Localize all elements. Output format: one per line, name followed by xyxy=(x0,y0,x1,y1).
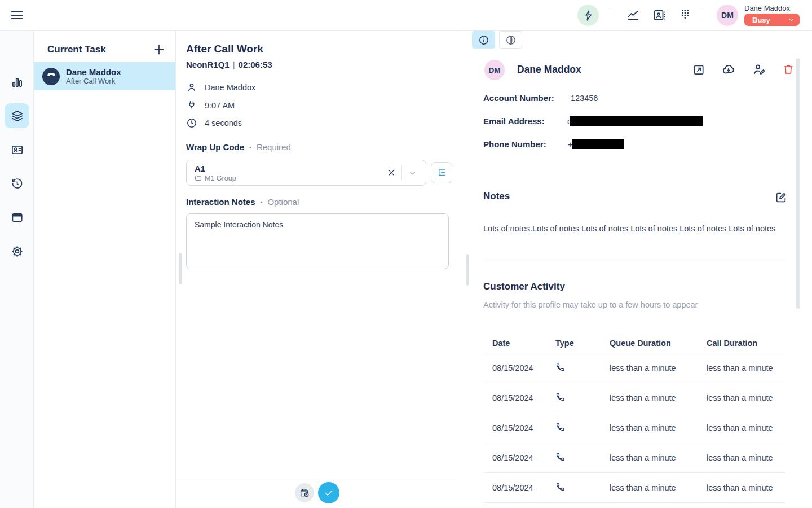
menu-icon[interactable] xyxy=(9,7,25,23)
contact-name: Dane Maddox xyxy=(205,83,255,92)
task-detail-title: After Call Work xyxy=(186,43,263,55)
activity-table-row[interactable]: 08/15/2024 less than a minute less than … xyxy=(483,413,785,443)
contrast-icon xyxy=(505,34,517,46)
activity-table-row[interactable]: 08/15/2024 less than a minute less than … xyxy=(483,473,785,503)
task-list-item[interactable]: Dane Maddox After Call Work xyxy=(34,62,175,90)
user-avatar[interactable]: DM xyxy=(717,5,738,26)
bar-chart-icon xyxy=(11,76,24,89)
current-task-panel: Current Task Dane Maddox After Call Work xyxy=(34,31,176,508)
analytics-button[interactable] xyxy=(626,8,641,23)
delete-profile-button[interactable] xyxy=(782,63,795,76)
tab-profile-compare[interactable] xyxy=(499,31,522,49)
cloud-download-icon xyxy=(722,63,735,76)
account-number-label: Account Number: xyxy=(483,93,571,103)
activity-queue-duration: less than a minute xyxy=(610,423,707,432)
bullet: • xyxy=(249,144,251,151)
call-icon xyxy=(555,422,610,434)
queue-name: NeonR1Q1 xyxy=(186,60,230,69)
activity-call-duration: less than a minute xyxy=(707,393,785,402)
profile-scrollbar-thumb[interactable] xyxy=(466,254,469,286)
chevron-down-icon xyxy=(787,16,795,24)
edit-notes-button[interactable] xyxy=(774,191,788,204)
wrap-up-value: A1 xyxy=(195,164,383,173)
dialpad-icon xyxy=(679,8,691,23)
wrap-up-selected: A1 M1 Group xyxy=(195,164,383,182)
activity-call-duration: less than a minute xyxy=(707,364,785,373)
activity-table-header: Date Type Queue Duration Call Duration xyxy=(483,333,785,353)
subtitle-separator: | xyxy=(230,60,239,69)
nav-dashboard[interactable] xyxy=(5,69,29,94)
activity-table: Date Type Queue Duration Call Duration 0… xyxy=(483,333,785,503)
activity-date: 08/15/2024 xyxy=(492,423,555,432)
activity-date: 08/15/2024 xyxy=(492,364,555,373)
nav-contacts[interactable] xyxy=(5,137,29,162)
dialpad-button[interactable] xyxy=(678,8,692,23)
customer-activity-title: Customer Activity xyxy=(483,281,565,292)
bullet: • xyxy=(261,199,263,205)
activity-date: 08/15/2024 xyxy=(492,393,555,402)
task-avatar xyxy=(42,68,60,85)
main-scrollbar-thumb[interactable] xyxy=(796,58,800,309)
nav-settings[interactable] xyxy=(5,239,29,264)
edit-profile-button[interactable] xyxy=(752,63,766,76)
optional-label: Optional xyxy=(267,197,299,207)
task-duration: 4 seconds xyxy=(205,119,242,128)
activity-table-row[interactable]: 08/15/2024 less than a minute less than … xyxy=(483,443,785,473)
tab-profile-info[interactable] xyxy=(472,31,495,49)
history-icon xyxy=(11,177,24,190)
wrap-up-label-row: Wrap Up Code • Required xyxy=(186,142,291,152)
phone-receiver-icon xyxy=(46,70,56,82)
wrap-up-dropdown-button[interactable] xyxy=(404,165,420,181)
plug-icon xyxy=(186,100,197,111)
wrap-up-select[interactable]: A1 M1 Group xyxy=(186,160,426,186)
wrap-up-tree-button[interactable] xyxy=(431,162,452,183)
download-profile-button[interactable] xyxy=(722,63,735,76)
chevron-down-icon xyxy=(408,168,417,178)
activity-table-row[interactable]: 08/15/2024 less than a minute less than … xyxy=(483,383,785,413)
task-item-name: Dane Maddox xyxy=(66,67,121,77)
clear-wrap-up-button[interactable] xyxy=(383,165,399,181)
nav-browser[interactable] xyxy=(5,205,29,230)
select-divider xyxy=(401,165,402,180)
topbar-divider xyxy=(701,8,701,22)
phone-row: Phone Number: + xyxy=(483,139,624,149)
duration-row: 4 seconds xyxy=(186,117,242,129)
account-number-value: 123456 xyxy=(571,94,598,103)
interaction-notes-input[interactable]: Sample Interaction Notes xyxy=(186,213,449,269)
wrap-up-group: M1 Group xyxy=(205,174,236,182)
status-dropdown[interactable]: Busy xyxy=(744,14,800,26)
activity-call-duration: less than a minute xyxy=(707,453,785,462)
activity-table-row[interactable]: 08/15/2024 less than a minute less than … xyxy=(483,353,785,383)
schedule-calendar-icon xyxy=(299,488,310,498)
quick-actions-button[interactable] xyxy=(577,5,599,26)
contacts-book-icon xyxy=(652,8,666,22)
complete-task-button[interactable] xyxy=(318,482,339,503)
schedule-button[interactable] xyxy=(295,483,314,502)
activity-queue-duration: less than a minute xyxy=(610,393,707,402)
clock-icon xyxy=(186,117,197,129)
folder-icon xyxy=(195,174,202,182)
add-task-button[interactable] xyxy=(152,42,166,57)
task-timer: 02:06:53 xyxy=(239,60,272,69)
nav-history[interactable] xyxy=(5,171,29,196)
task-item-subtitle: After Call Work xyxy=(66,77,121,86)
interaction-notes-label-row: Interaction Notes • Optional xyxy=(186,197,299,207)
start-time: 9:07 AM xyxy=(205,101,235,110)
detail-scrollbar-thumb[interactable] xyxy=(179,253,182,284)
topbar-divider xyxy=(610,8,610,22)
activity-call-duration: less than a minute xyxy=(707,423,785,432)
person-edit-icon xyxy=(752,63,766,76)
activity-date: 08/15/2024 xyxy=(492,453,555,462)
edit-note-icon xyxy=(775,191,787,204)
contacts-button[interactable] xyxy=(652,8,667,23)
call-icon xyxy=(555,362,610,374)
browser-icon xyxy=(11,211,24,224)
phone-label: Phone Number: xyxy=(483,139,571,149)
col-call-duration: Call Duration xyxy=(707,339,785,348)
open-profile-button[interactable] xyxy=(692,63,705,76)
activity-rows: 08/15/2024 less than a minute less than … xyxy=(483,353,785,503)
col-type: Type xyxy=(555,339,610,348)
contact-card-icon xyxy=(11,143,24,156)
analytics-chart-icon xyxy=(626,8,640,22)
nav-tasks[interactable] xyxy=(5,103,29,128)
